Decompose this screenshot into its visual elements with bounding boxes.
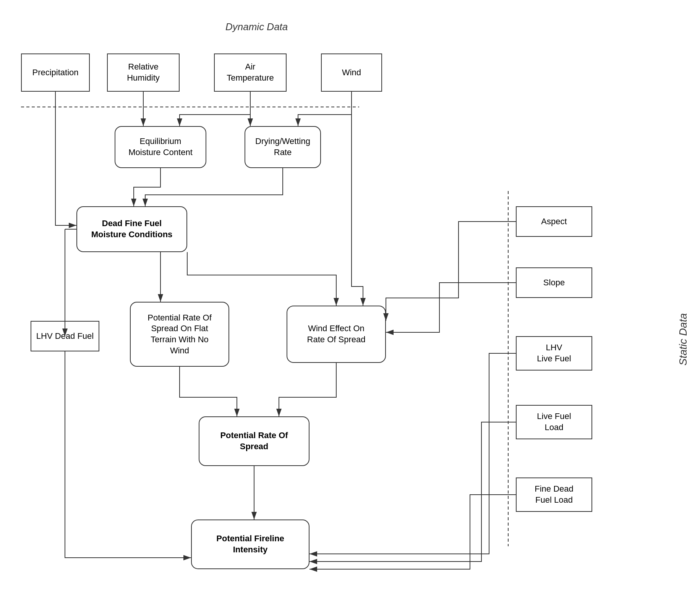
- slope-node: Slope: [516, 267, 592, 298]
- static-data-label: Static Data: [677, 313, 689, 366]
- drying-wetting-node: Drying/Wetting Rate: [245, 126, 321, 168]
- potential-rate-flat-node: Potential Rate Of Spread On Flat Terrain…: [130, 302, 229, 367]
- potential-rate-spread-node: Potential Rate Of Spread: [199, 416, 309, 466]
- potential-fireline-node: Potential Fireline Intensity: [191, 520, 309, 569]
- lhv-dead-fuel-node: LHV Dead Fuel: [31, 321, 99, 351]
- relative-humidity-node: Relative Humidity: [107, 53, 180, 92]
- lhv-live-fuel-node: LHV Live Fuel: [516, 336, 592, 371]
- live-fuel-load-node: Live Fuel Load: [516, 405, 592, 439]
- diagram-container: Dynamic Data Static Data Precipitation R…: [0, 0, 700, 615]
- wind-effect-node: Wind Effect On Rate Of Spread: [287, 306, 386, 363]
- aspect-node: Aspect: [516, 206, 592, 237]
- precipitation-node: Precipitation: [21, 53, 90, 92]
- dynamic-data-label: Dynamic Data: [225, 21, 288, 33]
- air-temperature-node: Air Temperature: [214, 53, 287, 92]
- dead-fine-fuel-node: Dead Fine Fuel Moisture Conditions: [76, 206, 187, 252]
- equilibrium-moisture-node: Equilibrium Moisture Content: [115, 126, 206, 168]
- fine-dead-fuel-load-node: Fine Dead Fuel Load: [516, 477, 592, 512]
- wind-node: Wind: [321, 53, 382, 92]
